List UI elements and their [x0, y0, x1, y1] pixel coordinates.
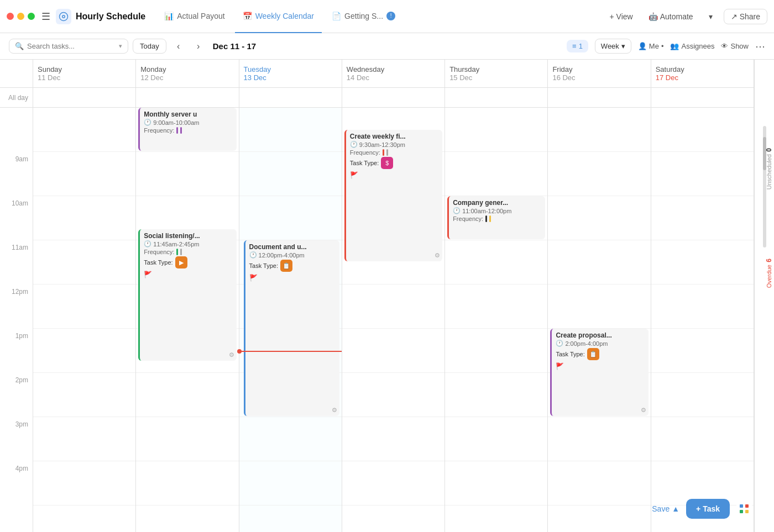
menu-icon[interactable]: ☰: [41, 10, 50, 23]
task-type-badge: $: [381, 157, 393, 169]
save-button[interactable]: Save ▲: [652, 504, 679, 513]
event-company-general[interactable]: Company gener... 🕐 11:00am-12:00pm Frequ…: [447, 196, 545, 239]
event-title: Create weekly fi...: [350, 133, 438, 140]
day-col-saturday[interactable]: [651, 108, 754, 532]
me-filter[interactable]: 👤 Me •: [638, 42, 664, 50]
event-actions: ⚙: [435, 252, 440, 259]
day-name-monday: Monday: [140, 65, 234, 73]
filter-badge[interactable]: ≡ 1: [567, 40, 588, 52]
event-monthly-server[interactable]: Monthly server u 🕐 9:00am-10:00am Freque…: [138, 108, 236, 151]
event-time: 🕐 11:00am-12:00pm: [453, 207, 541, 214]
hour-line: [33, 285, 135, 329]
automate-button[interactable]: 🤖 Automate: [644, 10, 698, 23]
day-col-sunday[interactable]: [33, 108, 136, 532]
prev-arrow[interactable]: ‹: [171, 39, 186, 54]
close-button[interactable]: [7, 13, 14, 20]
event-time: 🕐 2:00pm-4:00pm: [556, 340, 644, 347]
hour-line: [445, 108, 547, 152]
minimize-button[interactable]: [17, 13, 24, 20]
hour-line: [239, 152, 342, 196]
time-label-4pm: 4pm: [0, 461, 33, 505]
overdue-count: 6: [765, 259, 773, 262]
clock-icon: 🕐: [144, 119, 151, 126]
event-task-type: Task Type: 📋: [556, 348, 644, 360]
hour-line: [136, 417, 238, 461]
day-date-monday: 12 Dec: [140, 73, 234, 82]
allday-cell-fri[interactable]: [548, 88, 651, 107]
hour-line: [548, 240, 650, 285]
hour-line: [33, 152, 135, 196]
tab-badge: !: [386, 12, 395, 20]
event-social-listening[interactable]: Social listening/... 🕐 11:45am-2:45pm Fr…: [138, 229, 236, 361]
hour-line: [548, 285, 650, 329]
hour-line: [651, 373, 754, 417]
day-date-sunday: 11 Dec: [38, 73, 131, 82]
event-title: Social listening/...: [144, 232, 232, 240]
gear-icon[interactable]: ⚙: [332, 407, 337, 414]
show-button[interactable]: 👁 Show: [721, 42, 749, 50]
time-gutter: [0, 60, 33, 87]
time-label-1pm: 1pm: [0, 329, 33, 373]
event-task-type: Task Type: ▶: [144, 256, 232, 268]
time-labels: 9am 10am 11am 12pm 1pm 2pm 3pm 4pm: [0, 108, 33, 532]
view-button[interactable]: + View: [605, 10, 637, 23]
day-col-thursday[interactable]: Company gener... 🕐 11:00am-12:00pm Frequ…: [445, 108, 548, 532]
allday-cell-tue[interactable]: [239, 88, 342, 107]
hour-line: [445, 461, 547, 505]
gear-icon[interactable]: ⚙: [435, 252, 440, 259]
gear-icon[interactable]: ⚙: [641, 407, 646, 414]
allday-cell-wed[interactable]: [342, 88, 445, 107]
day-date-saturday: 17 Dec: [656, 73, 749, 82]
toolbar-right: ≡ 1 Week ▾ 👤 Me • 👥 Assignees 👁 Show ⋯: [567, 39, 765, 54]
allday-cell-mon[interactable]: [136, 88, 239, 107]
chevron-down-icon[interactable]: ▾: [119, 43, 122, 50]
hour-line: [445, 329, 547, 373]
allday-cell-sat[interactable]: [651, 88, 754, 107]
tab-actual-payout[interactable]: 📊 Actual Payout: [156, 0, 232, 33]
search-box[interactable]: 🔍 ▾: [9, 39, 128, 54]
chevron-down-icon[interactable]: ▾: [704, 10, 717, 23]
right-sidebar: 0 Unscheduled 6 Overdue: [754, 60, 774, 532]
grid-icon-button[interactable]: [736, 501, 752, 517]
event-frequency: Frequency:: [453, 215, 541, 222]
allday-cell-thu[interactable]: [445, 88, 548, 107]
event-create-weekly[interactable]: Create weekly fi... 🕐 9:30am-12:30pm Fre…: [344, 130, 442, 261]
hour-line: [342, 373, 444, 417]
time-label-9am: 9am: [0, 152, 33, 196]
svg-rect-4: [740, 510, 743, 513]
flag-icon: 🚩: [350, 171, 358, 179]
day-col-wednesday[interactable]: Create weekly fi... 🕐 9:30am-12:30pm Fre…: [342, 108, 445, 532]
day-col-tuesday[interactable]: Document and u... 🕐 12:00pm-4:00pm Task …: [239, 108, 342, 532]
allday-cell-sun[interactable]: [33, 88, 136, 107]
assignees-filter[interactable]: 👥 Assignees: [670, 42, 714, 50]
tab-getting-started[interactable]: 📄 Getting S... !: [324, 0, 403, 33]
search-input[interactable]: [27, 42, 116, 50]
hour-line: [33, 329, 135, 373]
more-options-button[interactable]: ⋯: [755, 40, 765, 52]
tab-weekly-calendar[interactable]: 📅 Weekly Calendar: [235, 0, 322, 33]
hour-line: [548, 108, 650, 152]
day-col-monday[interactable]: Monthly server u 🕐 9:00am-10:00am Freque…: [136, 108, 239, 532]
gear-icon[interactable]: ⚙: [229, 351, 234, 359]
hour-line: [548, 417, 650, 461]
week-select[interactable]: Week ▾: [595, 39, 631, 54]
hour-line: [445, 240, 547, 285]
hour-line: [548, 461, 650, 505]
svg-rect-2: [740, 504, 743, 508]
app-title: Hourly Schedule: [76, 12, 145, 22]
add-task-button[interactable]: + Task: [686, 499, 730, 519]
next-arrow[interactable]: ›: [191, 39, 206, 54]
day-header-friday: Friday 16 Dec: [548, 60, 651, 87]
day-col-friday[interactable]: Create proposal... 🕐 2:00pm-4:00pm Task …: [548, 108, 651, 532]
event-create-proposal[interactable]: Create proposal... 🕐 2:00pm-4:00pm Task …: [550, 329, 648, 416]
hour-line: [342, 461, 444, 505]
share-button[interactable]: ↗ Share: [724, 9, 767, 24]
clock-icon: 🕐: [249, 251, 257, 259]
event-document-update[interactable]: Document and u... 🕐 12:00pm-4:00pm Task …: [244, 240, 339, 416]
hour-line: [33, 417, 135, 461]
today-button[interactable]: Today: [133, 39, 166, 54]
time-label-12pm: 12pm: [0, 285, 33, 329]
day-date-thursday: 15 Dec: [449, 73, 543, 82]
current-time-dot: [237, 349, 242, 354]
maximize-button[interactable]: [28, 13, 35, 20]
